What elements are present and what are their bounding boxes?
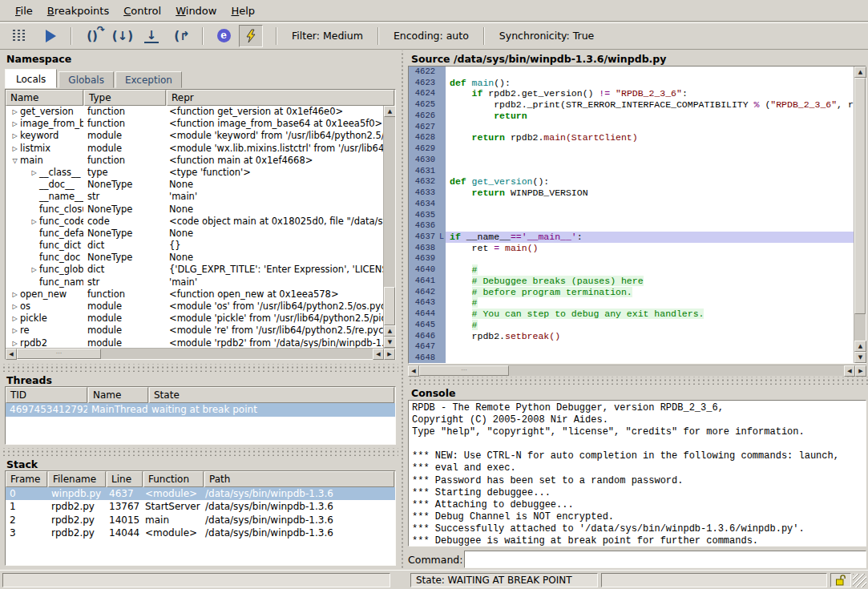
- expand-arrow-icon[interactable]: ▷: [10, 327, 20, 334]
- expand-arrow-icon[interactable]: ▷: [10, 132, 20, 139]
- column-header-state[interactable]: State: [149, 387, 394, 403]
- tab-locals[interactable]: Locals: [5, 69, 57, 88]
- expand-arrow-icon[interactable]: ▷: [29, 266, 39, 273]
- line-number[interactable]: 4634: [409, 199, 438, 210]
- scroll-right-icon[interactable]: ▶: [384, 349, 395, 360]
- line-number[interactable]: 4627: [409, 122, 438, 133]
- line-number[interactable]: 4637: [409, 232, 438, 243]
- expand-arrow-icon[interactable]: ▷: [10, 291, 20, 298]
- namespace-horizontal-scrollbar[interactable]: ◀ ··· ◀ ▶: [6, 348, 395, 359]
- namespace-row[interactable]: __doc__NoneTypeNone: [6, 179, 383, 191]
- gutter-marker[interactable]: [438, 253, 446, 264]
- namespace-row[interactable]: ▷listmixmodule<module 'wx.lib.mixins.lis…: [6, 143, 383, 155]
- line-number[interactable]: 4624: [409, 88, 438, 99]
- scroll-down-icon[interactable]: ▼: [854, 352, 866, 363]
- stack-row[interactable]: 0winpdb.py4637<module>/data/sys/bin/winp…: [6, 487, 395, 500]
- break-button[interactable]: [6, 25, 30, 47]
- scroll-up-icon[interactable]: ▲: [854, 67, 866, 78]
- gutter-marker[interactable]: [438, 67, 446, 78]
- source-vertical-scrollbar[interactable]: ▲ ▲ ▼: [854, 67, 866, 363]
- line-number[interactable]: 4626: [409, 111, 438, 122]
- return-button[interactable]: (↱: [170, 25, 194, 47]
- step-into-button[interactable]: (↓): [111, 25, 135, 47]
- expand-arrow-icon[interactable]: ▷: [29, 218, 39, 225]
- gutter-marker[interactable]: [438, 276, 446, 287]
- namespace-row[interactable]: ▷func_codecode<code object main at 0x180…: [6, 216, 383, 228]
- gutter-marker[interactable]: [438, 99, 446, 111]
- scroll-thumb[interactable]: [384, 287, 395, 325]
- stack-row[interactable]: 1rpdb2.py13767StartServer/data/sys/bin/w…: [6, 500, 395, 513]
- line-number[interactable]: 4636: [409, 220, 438, 232]
- next-button[interactable]: ()↷: [80, 25, 104, 47]
- line-number[interactable]: 4645: [409, 320, 438, 331]
- namespace-row[interactable]: func_closurNoneTypeNone: [6, 204, 383, 216]
- namespace-row[interactable]: ▷rpdb2module<module 'rpdb2' from '/data/…: [6, 337, 383, 348]
- namespace-row[interactable]: ▷keywordmodule<module 'keyword' from '/u…: [6, 130, 383, 142]
- menu-item-help[interactable]: Help: [224, 2, 262, 20]
- vertical-splitter[interactable]: [398, 50, 406, 569]
- gutter-marker[interactable]: [438, 199, 446, 210]
- scroll-up-icon[interactable]: ▲: [384, 325, 395, 337]
- stack-row[interactable]: 3rpdb2.py14044<module>/data/sys/bin/winp…: [6, 526, 395, 539]
- namespace-row[interactable]: func_docNoneTypeNone: [6, 252, 383, 264]
- horizontal-splitter[interactable]: [0, 364, 398, 372]
- horizontal-splitter[interactable]: [0, 448, 398, 456]
- scroll-right-icon[interactable]: ▶: [855, 365, 866, 377]
- encoding-button[interactable]: e: [212, 25, 236, 47]
- scroll-left-icon[interactable]: ◀: [844, 365, 855, 377]
- expand-arrow-icon[interactable]: ▷: [10, 340, 20, 347]
- gutter-marker[interactable]: [438, 166, 446, 177]
- namespace-row[interactable]: ▷picklemodule<module 'pickle' from '/usr…: [6, 313, 383, 325]
- menu-item-window[interactable]: Window: [168, 2, 224, 20]
- expand-arrow-icon[interactable]: ▷: [10, 145, 20, 152]
- line-number[interactable]: 4630: [409, 155, 438, 166]
- line-number[interactable]: 4643: [409, 297, 438, 309]
- gutter-marker[interactable]: [438, 132, 446, 143]
- namespace-row[interactable]: func_dictdict{}: [6, 240, 383, 252]
- namespace-row[interactable]: ▷func_globaldict{'DLG_EXPR_TITLE': 'Ente…: [6, 264, 383, 276]
- column-header-filename[interactable]: Filename: [48, 471, 106, 487]
- gutter-marker[interactable]: [438, 155, 446, 166]
- scroll-up-icon[interactable]: ▲: [384, 106, 395, 117]
- namespace-row[interactable]: ▷remodule<module 're' from '/usr/lib64/p…: [6, 325, 383, 337]
- scroll-thumb[interactable]: ···: [17, 349, 101, 359]
- scroll-left-icon[interactable]: ◀: [373, 349, 384, 360]
- scroll-up-icon[interactable]: ▲: [854, 341, 866, 352]
- horizontal-splitter[interactable]: [406, 377, 868, 385]
- line-number[interactable]: 4631: [409, 166, 438, 177]
- line-number[interactable]: 4622: [409, 67, 438, 78]
- line-number[interactable]: 4632: [409, 176, 438, 188]
- gutter-marker[interactable]: [438, 243, 446, 254]
- stack-row[interactable]: 2rpdb2.py14015main/data/sys/bin/winpdb-1…: [6, 514, 395, 526]
- menu-item-file[interactable]: File: [8, 2, 40, 20]
- namespace-row[interactable]: ▷open_newfunction<function open_new at 0…: [6, 288, 383, 301]
- gutter-marker[interactable]: [438, 111, 446, 122]
- scroll-track[interactable]: [509, 365, 844, 376]
- line-number[interactable]: 4641: [409, 276, 438, 287]
- scroll-thumb[interactable]: [854, 78, 866, 314]
- expand-arrow-icon[interactable]: ▷: [10, 108, 20, 115]
- gutter-marker[interactable]: [438, 188, 446, 199]
- column-header-function[interactable]: Function: [143, 471, 204, 487]
- scroll-track[interactable]: [384, 117, 395, 287]
- line-number[interactable]: 4633: [409, 188, 438, 199]
- line-number[interactable]: 4648: [409, 353, 438, 363]
- gutter-marker[interactable]: [438, 287, 446, 298]
- scroll-left-icon[interactable]: ◀: [408, 365, 419, 377]
- goto-button[interactable]: ↓: [139, 25, 164, 47]
- go-button[interactable]: [38, 25, 63, 47]
- column-header-line[interactable]: Line: [107, 471, 143, 487]
- collapse-arrow-icon[interactable]: ▽: [10, 157, 20, 164]
- source-horizontal-scrollbar[interactable]: ◀ ··· ◀ ▶: [408, 365, 866, 376]
- column-header-name[interactable]: Name: [6, 90, 83, 106]
- namespace-row[interactable]: ▷osmodule<module 'os' from '/usr/lib64/p…: [6, 301, 383, 313]
- line-number[interactable]: 4644: [409, 309, 438, 320]
- synchronicity-button[interactable]: [239, 25, 263, 47]
- tab-exception[interactable]: Exception: [115, 71, 182, 88]
- column-header-path[interactable]: Path: [204, 471, 394, 487]
- thread-row[interactable]: 46974534127920MainThreadwaiting at break…: [6, 403, 395, 417]
- line-number[interactable]: 4640: [409, 264, 438, 276]
- gutter-marker[interactable]: [438, 353, 446, 363]
- column-header-repr[interactable]: Repr: [167, 90, 394, 106]
- line-number[interactable]: 4628: [409, 132, 438, 143]
